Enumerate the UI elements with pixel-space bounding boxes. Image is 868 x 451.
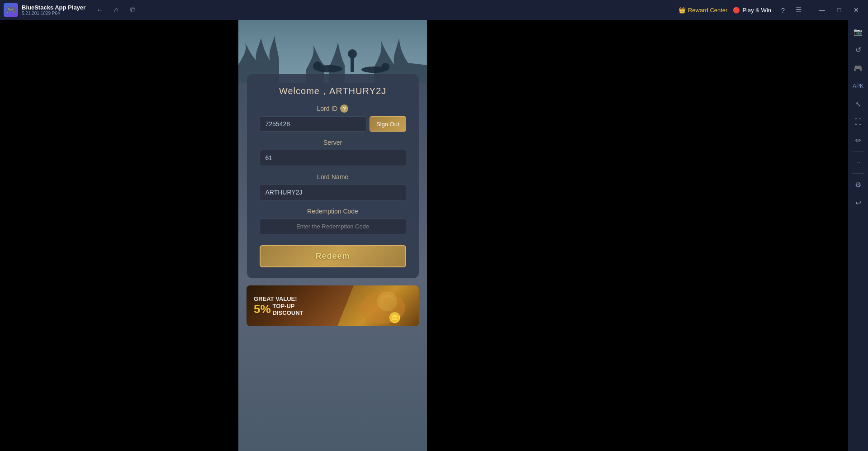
lord-id-row: Sign Out: [260, 116, 406, 132]
crown-icon: 👑: [678, 7, 686, 14]
window-controls: — □ ✕: [814, 3, 864, 17]
maximize-button[interactable]: □: [831, 3, 847, 17]
sidebar-gamepad-icon[interactable]: 🎮: [850, 60, 866, 76]
minimize-icon: —: [819, 6, 825, 14]
promotional-banner[interactable]: GREAT VALUE! 5% TOP-UP DISCOUNT: [247, 285, 419, 326]
lord-name-input[interactable]: [260, 184, 406, 200]
minimize-button[interactable]: —: [814, 3, 830, 17]
play-win-button[interactable]: 🔴 Play & Win: [733, 7, 771, 14]
maximize-icon: □: [837, 6, 841, 14]
left-panel: [0, 20, 238, 451]
sidebar-resize-icon[interactable]: ⤡: [850, 96, 866, 112]
game-background-top: [238, 20, 427, 83]
top-bar: 🎮 BlueStacks App Player 5.21.201.1029 P6…: [0, 0, 868, 20]
redemption-code-label: Redemption Code: [260, 208, 406, 215]
play-win-label: Play & Win: [742, 7, 771, 14]
app-title-group: BlueStacks App Player 5.21.201.1029 P64: [22, 4, 85, 16]
banner-great-value: GREAT VALUE!: [254, 295, 303, 302]
welcome-title: Welcome，ARTHURY2J: [260, 85, 406, 97]
lord-id-help-icon[interactable]: ?: [340, 104, 348, 113]
svg-point-5: [348, 49, 357, 58]
sidebar-screenshot-icon[interactable]: 📷: [850, 24, 866, 40]
main-area: Welcome，ARTHURY2J Lord ID ? Sign Out Ser…: [0, 20, 868, 451]
topbar-icon-group: ? ☰: [777, 4, 805, 16]
redeem-button[interactable]: Redeem: [260, 245, 406, 267]
reward-label: Reward Center: [688, 7, 727, 14]
banner-text: GREAT VALUE! 5% TOP-UP DISCOUNT: [254, 295, 303, 316]
menu-button[interactable]: ☰: [792, 4, 805, 16]
topbar-right: 👑 Reward Center 🔴 Play & Win ? ☰ — □ ✕: [678, 3, 864, 17]
banner-coins-icon: 🪙: [389, 312, 401, 324]
menu-icon: ☰: [796, 6, 802, 14]
svg-point-1: [313, 62, 322, 71]
lord-id-input[interactable]: [260, 116, 367, 132]
banner-topup: TOP-UP: [273, 303, 304, 309]
game-form-panel: Welcome，ARTHURY2J Lord ID ? Sign Out Ser…: [247, 74, 419, 278]
app-name: BlueStacks App Player: [22, 4, 85, 11]
banner-percent: 5%: [254, 302, 271, 316]
close-button[interactable]: ✕: [848, 3, 864, 17]
sidebar-rotate-icon[interactable]: ↺: [850, 42, 866, 58]
play-win-icon: 🔴: [733, 7, 740, 14]
sidebar-settings-icon[interactable]: ⚙: [850, 176, 866, 193]
home-icon: ⌂: [114, 6, 119, 14]
svg-rect-4: [351, 56, 354, 72]
game-content-area: Welcome，ARTHURY2J Lord ID ? Sign Out Ser…: [238, 83, 427, 334]
server-label: Server: [260, 139, 406, 146]
sidebar-apk-icon[interactable]: APK: [850, 78, 866, 94]
sidebar-divider-2: [852, 173, 864, 174]
redemption-code-input[interactable]: [260, 218, 406, 234]
multi-instance-button[interactable]: ⧉: [125, 3, 140, 17]
svg-point-3: [381, 63, 389, 71]
banner-discount: DISCOUNT: [273, 309, 304, 316]
svg-point-7: [377, 291, 397, 311]
sidebar-divider: [852, 151, 864, 152]
sign-out-button[interactable]: Sign Out: [370, 116, 406, 132]
sidebar-fullscreen-icon[interactable]: ⛶: [850, 114, 866, 130]
back-icon: ←: [96, 6, 104, 14]
nav-buttons: ← ⌂ ⧉: [93, 3, 140, 17]
logo-icon: 🎮: [6, 5, 16, 15]
lord-name-label: Lord Name: [260, 173, 406, 180]
home-button[interactable]: ⌂: [109, 3, 123, 17]
server-input[interactable]: [260, 150, 406, 166]
close-icon: ✕: [854, 6, 859, 14]
sidebar-edit-icon[interactable]: ✏: [850, 132, 866, 148]
sidebar-more-icon[interactable]: ···: [850, 154, 866, 171]
help-icon: ?: [781, 6, 785, 14]
game-panel: Welcome，ARTHURY2J Lord ID ? Sign Out Ser…: [238, 20, 427, 451]
sidebar-back-icon[interactable]: ↩: [850, 195, 866, 211]
right-sidebar: 📷 ↺ 🎮 APK ⤡ ⛶ ✏ ··· ⚙ ↩: [848, 20, 868, 451]
right-panel: [427, 20, 848, 451]
lord-id-label: Lord ID ?: [260, 104, 406, 113]
app-logo: 🎮: [4, 3, 18, 17]
app-version: 5.21.201.1029 P64: [22, 11, 85, 16]
help-button[interactable]: ?: [777, 4, 789, 16]
banner-lion-image: [337, 285, 419, 326]
reward-center-button[interactable]: 👑 Reward Center: [678, 7, 727, 14]
back-button[interactable]: ←: [93, 3, 107, 17]
multi-icon: ⧉: [130, 6, 135, 14]
